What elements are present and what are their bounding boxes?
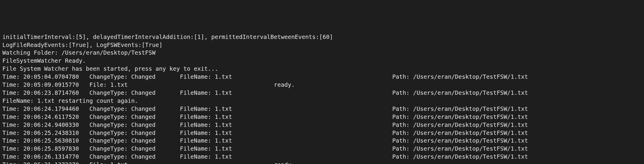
config-line: initialTimerInterval:[5], delayedTimerIn… xyxy=(2,33,642,41)
event-line: Time: 20:06:23.8714760 ChangeType: Chang… xyxy=(2,89,642,97)
event-line: Time: 20:05:04.0704780 ChangeType: Chang… xyxy=(2,73,642,81)
log-config-line: LogFileReadyEvents:[True], LogFSWEvents:… xyxy=(2,41,642,49)
event-line: Time: 20:06:24.9400330 ChangeType: Chang… xyxy=(2,121,642,129)
event-line: Time: 20:06:24.6117520 ChangeType: Chang… xyxy=(2,113,642,121)
event-line: Time: 20:06:26.1314770 ChangeType: Chang… xyxy=(2,153,642,161)
watching-folder-line: Watching Folder: /Users/eran/Desktop/Tes… xyxy=(2,49,642,57)
watcher-started-line: File System Watcher has been started, pr… xyxy=(2,65,642,73)
event-line: FileName: 1.txt restarting count again. xyxy=(2,97,642,105)
event-line: Time: 20:05:09.0915770 File: 1.txt ready… xyxy=(2,81,642,89)
watcher-ready-line: FileSystemWatcher Ready. xyxy=(2,57,642,65)
event-line: Time: 20:06:24.1794460 ChangeType: Chang… xyxy=(2,105,642,113)
event-line: Time: 20:06:25.5630810 ChangeType: Chang… xyxy=(2,137,642,145)
event-line: Time: 20:06:25.2438310 ChangeType: Chang… xyxy=(2,129,642,137)
event-line: Time: 20:06:31.1372370 File: 1.txt ready… xyxy=(2,161,642,164)
terminal-output: initialTimerInterval:[5], delayedTimerIn… xyxy=(2,33,642,164)
event-line: Time: 20:06:25.8597830 ChangeType: Chang… xyxy=(2,145,642,153)
